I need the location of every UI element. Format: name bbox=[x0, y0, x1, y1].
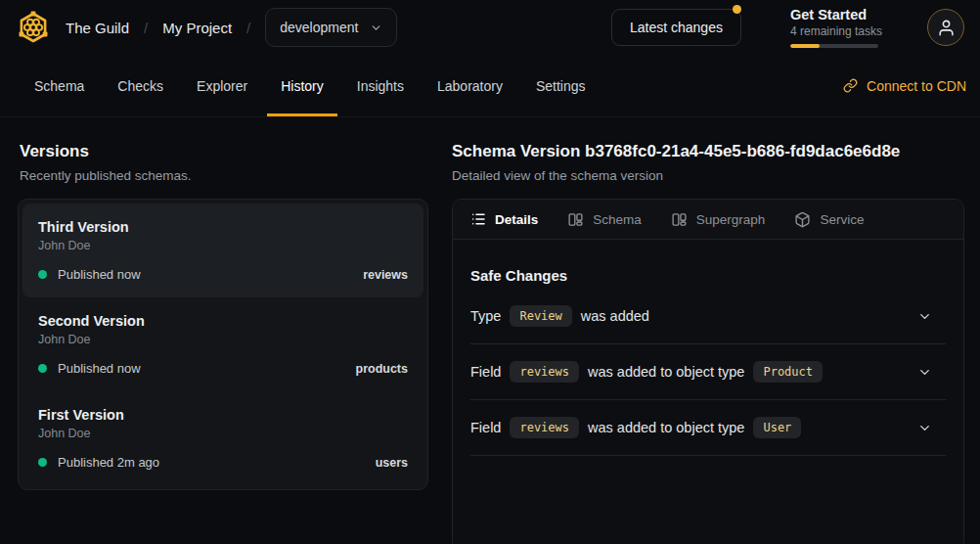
version-service: reviews bbox=[363, 268, 408, 282]
breadcrumb-org[interactable]: The Guild bbox=[66, 20, 129, 36]
tab-settings[interactable]: Settings bbox=[522, 55, 600, 116]
version-service: products bbox=[356, 362, 408, 376]
get-started-subtitle: 4 remaining tasks bbox=[790, 24, 882, 38]
detail-tab-label: Schema bbox=[593, 212, 642, 227]
tab-insights[interactable]: Insights bbox=[343, 55, 418, 116]
link-icon bbox=[843, 78, 858, 93]
detail-tab-supergraph[interactable]: Supergraph bbox=[671, 211, 766, 228]
target-selector-value: development bbox=[280, 20, 358, 35]
version-item-first[interactable]: First Version John Doe Published 2m ago … bbox=[22, 391, 423, 485]
breadcrumb-separator: / bbox=[246, 20, 250, 36]
version-status: Published now bbox=[58, 361, 141, 376]
tab-explorer[interactable]: Explorer bbox=[183, 55, 261, 116]
published-status-dot bbox=[38, 458, 47, 467]
change-prefix: Field bbox=[470, 364, 501, 380]
change-middle: was added to object type bbox=[588, 420, 744, 435]
cube-icon bbox=[794, 211, 811, 228]
version-detail-panel: Schema Version b3768fc0-21a4-45e5-b686-f… bbox=[452, 141, 964, 544]
version-item-third[interactable]: Third Version John Doe Published now rev… bbox=[22, 204, 423, 297]
notification-dot bbox=[733, 5, 741, 14]
safe-changes-title: Safe Changes bbox=[470, 267, 946, 284]
breadcrumb-project[interactable]: My Project bbox=[162, 20, 232, 36]
latest-changes-button[interactable]: Latest changes bbox=[611, 9, 741, 46]
breadcrumb-separator: / bbox=[144, 20, 148, 36]
change-prefix: Type bbox=[470, 308, 501, 324]
get-started-progress-bar bbox=[790, 44, 878, 48]
breadcrumb: The Guild / My Project / development bbox=[66, 8, 397, 47]
changes-section: Safe Changes Type Review was added Field… bbox=[453, 240, 963, 456]
version-status: Published 2m ago bbox=[58, 455, 159, 470]
tab-checks[interactable]: Checks bbox=[104, 55, 177, 116]
version-name: Second Version bbox=[38, 313, 408, 329]
version-name: First Version bbox=[38, 407, 408, 423]
user-icon bbox=[937, 19, 956, 37]
change-row[interactable]: Field reviews was added to object type U… bbox=[470, 400, 946, 456]
get-started-title: Get Started bbox=[790, 7, 882, 23]
version-author: John Doe bbox=[38, 333, 408, 346]
nav-tabs: Schema Checks Explorer History Insights … bbox=[21, 55, 600, 116]
versions-panel: Versions Recently published schemas. Thi… bbox=[18, 141, 428, 544]
connect-to-cdn-label: Connect to CDN bbox=[867, 78, 966, 94]
version-detail-card: Details Schema bbox=[452, 199, 964, 544]
change-code-badge: User bbox=[753, 417, 801, 438]
change-code-badge: Review bbox=[510, 305, 571, 327]
version-service: users bbox=[376, 456, 408, 470]
get-started-widget[interactable]: Get Started 4 remaining tasks bbox=[790, 7, 882, 48]
app-root: The Guild / My Project / development Lat… bbox=[0, 0, 980, 544]
version-detail-title: Schema Version b3768fc0-21a4-45e5-b686-f… bbox=[452, 141, 964, 161]
detail-tabs: Details Schema bbox=[453, 200, 963, 240]
change-code-badge: reviews bbox=[510, 417, 579, 438]
published-status-dot bbox=[38, 270, 47, 279]
change-code-badge: reviews bbox=[510, 361, 579, 383]
detail-tab-label: Service bbox=[820, 212, 864, 227]
chevron-down-icon bbox=[917, 309, 932, 324]
version-item-second[interactable]: Second Version John Doe Published now pr… bbox=[22, 297, 423, 391]
chevron-down-icon bbox=[917, 421, 932, 435]
detail-tab-service[interactable]: Service bbox=[794, 211, 864, 228]
tab-schema[interactable]: Schema bbox=[21, 55, 98, 116]
version-detail-subtitle: Detailed view of the schema version bbox=[452, 168, 964, 183]
detail-tab-label: Details bbox=[495, 212, 538, 227]
change-prefix: Field bbox=[470, 420, 501, 435]
header: The Guild / My Project / development Lat… bbox=[0, 0, 980, 55]
detail-tab-details[interactable]: Details bbox=[470, 211, 538, 227]
published-status-dot bbox=[38, 364, 47, 373]
tab-laboratory[interactable]: Laboratory bbox=[423, 55, 516, 116]
version-author: John Doe bbox=[38, 427, 408, 440]
version-author: John Doe bbox=[38, 239, 408, 252]
chevron-down-icon bbox=[917, 365, 932, 380]
version-status: Published now bbox=[58, 267, 141, 282]
panels-icon bbox=[671, 211, 688, 228]
versions-title: Versions bbox=[20, 141, 428, 161]
versions-list: Third Version John Doe Published now rev… bbox=[18, 199, 428, 490]
change-middle: was added to object type bbox=[588, 364, 744, 380]
panels-icon bbox=[567, 211, 584, 228]
change-row[interactable]: Field reviews was added to object type P… bbox=[470, 344, 946, 400]
detail-tab-schema[interactable]: Schema bbox=[567, 211, 642, 228]
main-content: Versions Recently published schemas. Thi… bbox=[0, 117, 980, 544]
user-avatar[interactable] bbox=[927, 9, 964, 46]
latest-changes-wrap: Latest changes bbox=[611, 9, 741, 46]
detail-tab-label: Supergraph bbox=[696, 212, 766, 227]
target-selector[interactable]: development bbox=[265, 8, 397, 47]
primary-nav: Schema Checks Explorer History Insights … bbox=[0, 55, 980, 117]
progress-fill bbox=[790, 44, 820, 48]
versions-subtitle: Recently published schemas. bbox=[20, 168, 428, 183]
version-name: Third Version bbox=[38, 219, 408, 235]
change-row[interactable]: Type Review was added bbox=[470, 289, 946, 344]
change-middle: was added bbox=[581, 308, 649, 324]
change-code-badge: Product bbox=[753, 361, 823, 383]
chevron-down-icon bbox=[370, 22, 382, 34]
connect-to-cdn-link[interactable]: Connect to CDN bbox=[843, 55, 966, 116]
hive-logo-icon[interactable] bbox=[16, 10, 51, 45]
list-icon bbox=[470, 211, 486, 227]
tab-history[interactable]: History bbox=[267, 55, 337, 116]
